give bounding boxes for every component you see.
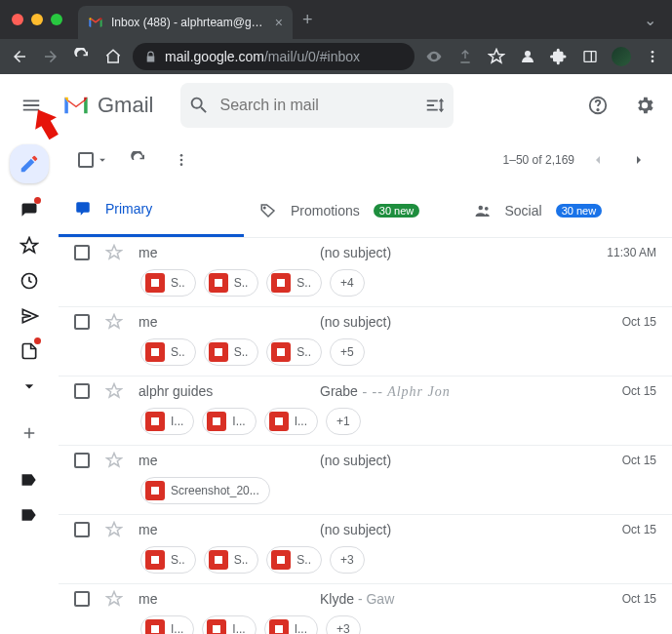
next-page-button[interactable]	[621, 142, 656, 178]
attachment-chip[interactable]: S..	[204, 338, 259, 366]
row-checkbox[interactable]	[74, 591, 90, 607]
main-menu-button[interactable]	[8, 82, 55, 129]
attachment-chip[interactable]: I...	[140, 615, 194, 634]
attachment-chip[interactable]: S..	[266, 338, 322, 366]
attachment-chip[interactable]: S..	[140, 338, 196, 366]
attachment-more-chip[interactable]: +3	[330, 546, 365, 574]
drafts-rail-icon[interactable]	[14, 336, 45, 367]
image-attachment-icon	[145, 342, 165, 362]
attachment-more-chip[interactable]: +1	[326, 408, 361, 435]
close-window-button[interactable]	[12, 14, 23, 25]
star-icon[interactable]	[105, 590, 123, 608]
inbox-rail-icon[interactable]	[14, 195, 45, 226]
attachment-chip[interactable]: I...	[202, 408, 256, 435]
chip-label: S..	[171, 553, 185, 567]
star-icon[interactable]	[105, 313, 123, 331]
email-row[interactable]: me (no subject) Oct 15 S..S..S..+3	[59, 515, 672, 584]
svg-point-25	[152, 557, 154, 559]
chip-label: S..	[234, 276, 249, 290]
browser-tab[interactable]: Inbox (488) - alphrteam@gmai ×	[78, 6, 293, 39]
share-icon[interactable]	[454, 45, 477, 68]
chip-label: I...	[171, 415, 183, 428]
starred-rail-icon[interactable]	[14, 230, 45, 261]
search-box[interactable]	[180, 83, 454, 128]
sender: me	[138, 245, 304, 260]
svg-point-3	[652, 51, 654, 54]
sent-rail-icon[interactable]	[14, 300, 45, 332]
tab-close-icon[interactable]: ×	[275, 15, 283, 30]
attachment-chip[interactable]: I...	[202, 615, 256, 634]
attachment-chip[interactable]: S..	[266, 269, 322, 297]
tab-overflow-button[interactable]: ⌄	[636, 7, 664, 33]
date: Oct 15	[622, 315, 656, 329]
new-label-button[interactable]	[14, 417, 45, 449]
star-icon[interactable]	[105, 452, 123, 469]
new-tab-button[interactable]: +	[302, 10, 313, 30]
snoozed-rail-icon[interactable]	[14, 265, 45, 297]
attachment-more-chip[interactable]: +3	[326, 615, 361, 634]
row-checkbox[interactable]	[74, 453, 90, 468]
row-checkbox[interactable]	[74, 245, 90, 260]
attachment-chip[interactable]: S..	[204, 269, 259, 297]
email-row[interactable]: me (no subject) Oct 15 S..S..S..+5	[59, 307, 672, 376]
attachment-more-chip[interactable]: +5	[330, 338, 365, 366]
select-all-checkbox[interactable]	[74, 148, 113, 172]
attachment-chip[interactable]: Screenshot_20...	[140, 477, 270, 504]
support-button[interactable]	[578, 86, 617, 125]
row-checkbox[interactable]	[74, 383, 90, 399]
search-input[interactable]	[219, 97, 415, 114]
row-checkbox[interactable]	[74, 314, 90, 330]
attachment-chip[interactable]: S..	[204, 546, 259, 574]
email-row[interactable]: me (no subject) Oct 15 Screenshot_20...	[59, 446, 672, 515]
star-icon[interactable]	[105, 244, 123, 261]
email-list: me (no subject) 11:30 AM S..S..S..+4 me …	[59, 238, 672, 634]
row-checkbox[interactable]	[74, 522, 90, 537]
email-row[interactable]: me (no subject) 11:30 AM S..S..S..+4	[59, 238, 672, 307]
attachment-chip[interactable]: I...	[264, 615, 318, 634]
refresh-button[interactable]	[121, 142, 156, 178]
attachment-chip[interactable]: S..	[266, 546, 322, 574]
attachment-chip[interactable]: S..	[140, 546, 196, 574]
tab-social[interactable]: Social 30 new	[458, 183, 673, 237]
browser-menu-icon[interactable]	[641, 45, 664, 68]
panel-icon[interactable]	[578, 45, 602, 68]
label-rail-icon[interactable]	[14, 464, 45, 495]
prev-page-button[interactable]	[580, 142, 615, 178]
svg-point-24	[152, 488, 154, 490]
svg-point-7	[597, 109, 598, 110]
address-bar[interactable]: mail.google.com/mail/u/0/#inbox	[133, 43, 415, 70]
star-icon[interactable]	[105, 382, 123, 400]
attachment-more-chip[interactable]: +4	[330, 269, 365, 297]
date: 11:30 AM	[607, 246, 656, 259]
tab-primary[interactable]: Primary	[59, 183, 244, 237]
tab-promotions[interactable]: Promotions 30 new	[244, 183, 458, 237]
eye-icon[interactable]	[422, 45, 446, 68]
attachment-chip[interactable]: I...	[140, 408, 194, 435]
extension-badge[interactable]	[610, 45, 633, 68]
email-row[interactable]: me Klyde - Gaw Oct 15 I...I...I...+3	[59, 584, 672, 634]
star-icon[interactable]	[105, 521, 123, 538]
label-rail-icon[interactable]	[14, 499, 45, 531]
bookmark-icon[interactable]	[485, 45, 508, 68]
account-icon[interactable]	[516, 45, 539, 68]
email-row[interactable]: alphr guides Grabe - -- Alphr Jon Oct 15…	[59, 376, 672, 446]
attachment-chip[interactable]: S..	[140, 269, 196, 297]
minimize-window-button[interactable]	[31, 14, 43, 25]
home-button[interactable]	[101, 45, 125, 68]
more-actions-button[interactable]	[164, 142, 199, 178]
sender: me	[138, 314, 304, 330]
back-button[interactable]	[8, 45, 31, 68]
search-options-icon[interactable]	[424, 95, 446, 116]
attachment-chip[interactable]: I...	[264, 408, 318, 435]
forward-button[interactable]	[39, 45, 62, 68]
svg-point-0	[525, 51, 531, 57]
pager: 1–50 of 2,169	[503, 142, 656, 178]
extensions-icon[interactable]	[547, 45, 571, 68]
reload-button[interactable]	[70, 45, 94, 68]
social-badge: 30 new	[556, 204, 602, 218]
settings-button[interactable]	[625, 86, 664, 125]
more-rail-icon[interactable]	[14, 371, 45, 402]
gmail-logo[interactable]: Gmail	[62, 93, 173, 118]
compose-button[interactable]	[10, 144, 49, 183]
fullscreen-window-button[interactable]	[51, 14, 62, 25]
